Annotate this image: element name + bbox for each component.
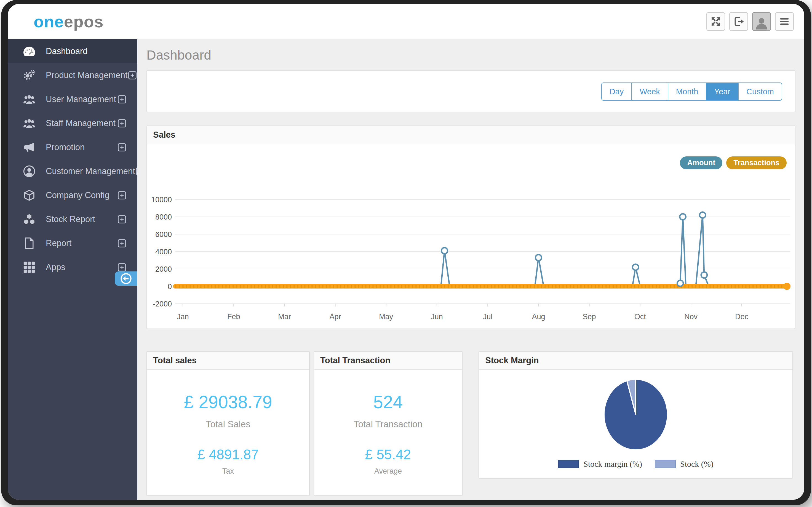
logout-icon: [733, 16, 744, 27]
svg-text:May: May: [379, 313, 393, 321]
stock-margin-card: Stock Margin Stock margin (%)Stock (%): [478, 351, 793, 478]
fullscreen-icon: [710, 16, 721, 27]
svg-text:Mar: Mar: [278, 313, 291, 321]
stock-margin-card-title: Stock Margin: [479, 352, 793, 370]
menu-button[interactable]: [775, 12, 794, 31]
sidebar-item-label: Product Management: [46, 70, 127, 80]
sidebar-item-customer-management[interactable]: Customer Management: [8, 159, 137, 183]
menu-icon: [779, 16, 790, 27]
filter-week-button[interactable]: Week: [631, 82, 668, 101]
svg-text:4000: 4000: [155, 248, 172, 256]
sidebar-item-staff-management[interactable]: Staff Management: [8, 111, 137, 135]
top-bar: oneepos: [8, 4, 804, 39]
sidebar-item-label: Dashboard: [46, 46, 127, 56]
sales-line-chart: 1000080006000400020000-2000JanFebMarAprM…: [150, 188, 793, 326]
sidebar-item-label: Report: [46, 238, 117, 248]
total-transaction-card-body: 524 Total Transaction £ 55.42 Average: [314, 370, 462, 495]
sidebar-item-product-management[interactable]: Product Management: [8, 63, 137, 87]
svg-text:0: 0: [168, 282, 172, 291]
total-sales-card: Total sales £ 29038.79 Total Sales £ 489…: [147, 351, 310, 496]
sidebar-item-stock-report[interactable]: Stock Report: [8, 207, 137, 231]
dashboard-icon: [21, 45, 37, 58]
expand-plus-icon: [117, 214, 127, 224]
svg-text:10000: 10000: [151, 195, 172, 204]
sidebar-item-company-config[interactable]: Company Config: [8, 183, 137, 207]
legend-swatch: [558, 460, 579, 468]
stock-cubes-icon: [21, 213, 37, 226]
expand-plus-icon: [117, 142, 127, 152]
summary-cards-row: Total sales £ 29038.79 Total Sales £ 489…: [147, 351, 796, 496]
svg-text:6000: 6000: [155, 230, 172, 239]
sidebar-item-label: Company Config: [46, 190, 117, 200]
logout-button[interactable]: [729, 12, 748, 31]
avatar-button[interactable]: [752, 12, 771, 31]
brand-logo-primary: one: [34, 12, 64, 31]
sidebar-item-user-management[interactable]: User Management: [8, 87, 137, 111]
total-sales-value-label: Total Sales: [147, 419, 309, 430]
total-sales-card-body: £ 29038.79 Total Sales £ 4891.87 Tax: [147, 370, 309, 495]
fullscreen-button[interactable]: [706, 12, 725, 31]
total-transaction-card: Total Transaction 524 Total Transaction …: [313, 351, 463, 496]
pie-legend-item-stock-margin: Stock margin (%): [558, 459, 642, 469]
sidebar-item-promotion[interactable]: Promotion: [8, 135, 137, 159]
stock-margin-card-body: Stock margin (%)Stock (%): [479, 370, 793, 478]
svg-text:2000: 2000: [155, 265, 172, 273]
svg-text:Nov: Nov: [684, 313, 698, 321]
sidebar-item-label: Apps: [46, 262, 117, 272]
svg-text:Feb: Feb: [227, 313, 240, 321]
brand-logo: oneepos: [34, 12, 104, 31]
expand-plus-icon: [117, 190, 127, 200]
filter-day-button[interactable]: Day: [601, 82, 632, 101]
brand-logo-secondary: epos: [64, 12, 104, 31]
total-sales-value: £ 29038.79: [147, 370, 309, 412]
total-transaction-value: 524: [314, 370, 462, 412]
sidebar-item-report[interactable]: Report: [8, 231, 137, 255]
filter-custom-button[interactable]: Custom: [738, 82, 782, 101]
avatar: [754, 13, 769, 30]
report-file-icon: [21, 237, 37, 250]
svg-text:Aug: Aug: [532, 313, 545, 321]
topbar-actions: [706, 12, 794, 31]
sidebar-item-label: Stock Report: [46, 214, 117, 224]
expand-plus-icon: [127, 70, 137, 80]
svg-text:8000: 8000: [155, 213, 172, 221]
svg-text:Jan: Jan: [177, 313, 189, 321]
svg-text:Dec: Dec: [735, 313, 748, 321]
sidebar-item-label: User Management: [46, 94, 117, 104]
customer-icon: [21, 165, 37, 178]
svg-text:Jun: Jun: [431, 313, 443, 321]
filter-panel: DayWeekMonthYearCustom: [147, 70, 796, 112]
sidebar-item-label: Customer Management: [46, 166, 135, 176]
legend-label: Stock (%): [680, 459, 713, 469]
expand-plus-icon: [117, 262, 127, 272]
tax-label: Tax: [147, 467, 309, 475]
staff-icon: [21, 117, 37, 130]
sales-panel: Sales AmountTransactions 100008000600040…: [147, 125, 796, 329]
main-content: Dashboard DayWeekMonthYearCustom Sales A…: [137, 39, 804, 500]
legend-amount-pill[interactable]: Amount: [680, 156, 722, 169]
legend-transactions-pill[interactable]: Transactions: [726, 156, 787, 169]
sidebar: DashboardProduct ManagementUser Manageme…: [8, 39, 137, 500]
filter-month-button[interactable]: Month: [668, 82, 707, 101]
users-icon: [21, 93, 37, 106]
sales-chart-area: AmountTransactions 100008000600040002000…: [147, 144, 795, 329]
sales-panel-title: Sales: [147, 126, 795, 144]
total-transaction-card-title: Total Transaction: [314, 352, 462, 370]
sidebar-collapse-button[interactable]: [115, 271, 137, 286]
gears-icon: [21, 69, 37, 82]
chart-legend: AmountTransactions: [680, 156, 787, 169]
stock-margin-pie-wrap: [479, 376, 793, 453]
sidebar-item-dashboard[interactable]: Dashboard: [8, 39, 137, 63]
svg-text:Oct: Oct: [634, 313, 646, 321]
total-transaction-value-label: Total Transaction: [314, 419, 462, 430]
expand-plus-icon: [117, 118, 127, 128]
pie-legend: Stock margin (%)Stock (%): [479, 459, 793, 469]
expand-plus-icon: [117, 238, 127, 248]
legend-swatch: [655, 460, 676, 468]
total-sales-card-title: Total sales: [147, 352, 309, 370]
page-title: Dashboard: [147, 47, 804, 63]
app-window: oneepos DashboardProduct ManagementUser …: [8, 4, 804, 500]
collapse-left-arrow-icon: [120, 273, 132, 285]
date-range-button-group: DayWeekMonthYearCustom: [601, 82, 782, 101]
filter-year-button[interactable]: Year: [706, 82, 739, 101]
